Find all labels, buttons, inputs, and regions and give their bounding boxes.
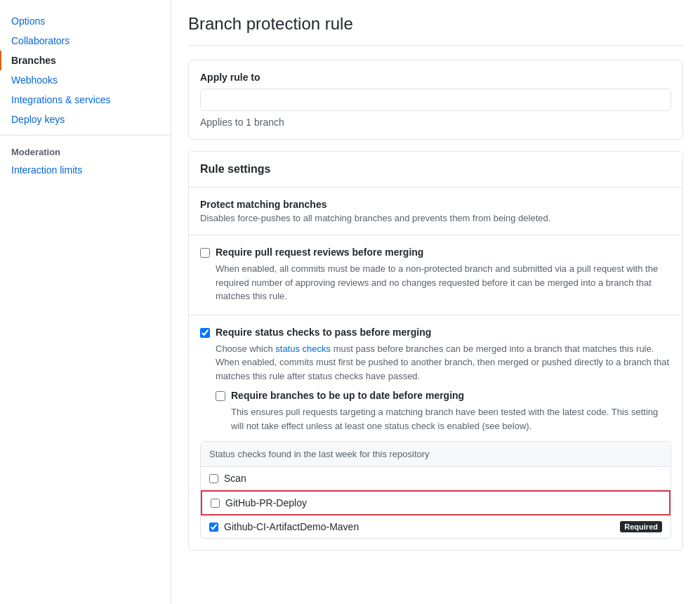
status-check-github-pr-deploy: GitHub-PR-Deploy — [201, 490, 671, 516]
page-title: Branch protection rule — [188, 14, 683, 46]
apply-rule-section: Apply rule to Applies to 1 branch — [189, 60, 682, 139]
apply-rule-input[interactable] — [200, 88, 671, 111]
protect-desc: Disables force-pushes to all matching br… — [200, 213, 671, 223]
require-status-checkbox[interactable] — [200, 328, 210, 338]
protect-title: Protect matching branches — [200, 199, 671, 210]
require-status-row: Require status checks to pass before mer… — [200, 327, 671, 338]
main-content: Branch protection rule Apply rule to App… — [171, 0, 700, 604]
github-pr-deploy-label[interactable]: GitHub-PR-Deploy — [225, 497, 661, 508]
require-pr-section: Require pull request reviews before merg… — [189, 235, 682, 315]
sidebar-main-section: Options Collaborators Branches Webhooks … — [0, 11, 171, 129]
require-status-desc: Choose which status checks must pass bef… — [216, 342, 671, 383]
sidebar-item-integrations[interactable]: Integrations & services — [0, 90, 171, 110]
require-status-label[interactable]: Require status checks to pass before mer… — [216, 327, 431, 338]
moderation-heading: Moderation — [0, 141, 171, 160]
sidebar-item-webhooks[interactable]: Webhooks — [0, 70, 171, 90]
status-check-maven: Github-CI-ArtifactDemo-Maven Required — [201, 516, 671, 538]
sidebar-divider — [0, 135, 171, 136]
applies-text: Applies to 1 branch — [200, 117, 671, 128]
status-checks-box: Status checks found in the last week for… — [200, 441, 671, 539]
sidebar: Options Collaborators Branches Webhooks … — [0, 0, 171, 604]
sidebar-item-interaction-limits[interactable]: Interaction limits — [0, 160, 171, 180]
apply-rule-card: Apply rule to Applies to 1 branch — [188, 60, 683, 140]
rule-settings-title: Rule settings — [189, 152, 682, 188]
status-checks-link[interactable]: status checks — [275, 343, 331, 354]
require-pr-checkbox[interactable] — [200, 248, 210, 258]
maven-label[interactable]: Github-CI-ArtifactDemo-Maven — [224, 521, 614, 532]
require-pr-desc: When enabled, all commits must be made t… — [216, 262, 671, 303]
sidebar-item-deploy-keys[interactable]: Deploy keys — [0, 110, 171, 129]
require-up-to-date-checkbox[interactable] — [216, 391, 225, 401]
sub-rule-section: Require branches to be up to date before… — [216, 390, 671, 433]
scan-label[interactable]: Scan — [224, 473, 662, 484]
sidebar-item-branches[interactable]: Branches — [0, 51, 171, 70]
github-pr-deploy-checkbox[interactable] — [211, 499, 220, 508]
require-pr-row: Require pull request reviews before merg… — [200, 247, 671, 258]
require-pr-label[interactable]: Require pull request reviews before merg… — [216, 247, 423, 258]
sidebar-item-collaborators[interactable]: Collaborators — [0, 31, 171, 51]
require-up-to-date-row: Require branches to be up to date before… — [216, 390, 671, 401]
require-status-section: Require status checks to pass before mer… — [189, 315, 682, 551]
required-badge: Required — [620, 521, 662, 532]
maven-checkbox[interactable] — [209, 523, 218, 532]
apply-rule-label: Apply rule to — [200, 72, 671, 83]
require-up-to-date-desc: This ensures pull requests targeting a m… — [231, 405, 671, 433]
require-up-to-date-label[interactable]: Require branches to be up to date before… — [231, 390, 464, 401]
sidebar-item-options[interactable]: Options — [0, 11, 171, 31]
status-checks-header: Status checks found in the last week for… — [201, 442, 671, 467]
status-check-scan: Scan — [201, 467, 671, 490]
rule-settings-card: Rule settings Protect matching branches … — [188, 151, 683, 551]
sidebar-moderation-section: Moderation Interaction limits — [0, 141, 171, 180]
scan-checkbox[interactable] — [209, 474, 218, 483]
protect-section: Protect matching branches Disables force… — [189, 188, 682, 235]
